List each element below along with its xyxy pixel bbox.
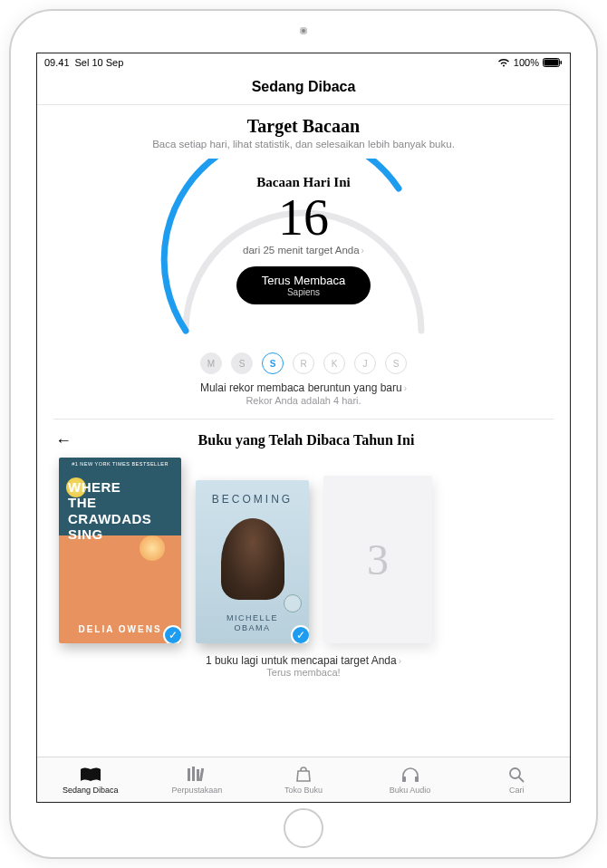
chevron-right-icon: › (404, 383, 407, 393)
wifi-icon (497, 58, 510, 67)
chevron-right-icon: › (361, 246, 364, 256)
tab-label: Toko Buku (284, 786, 323, 795)
battery-percent: 100% (514, 57, 539, 68)
book-title: WHERE THE CRAWDADS SING (68, 479, 151, 542)
streak-text: Mulai rekor membaca beruntun yang baru (200, 381, 402, 394)
status-left: 09.41 Sel 10 Sep (44, 57, 123, 68)
tab-reading-now[interactable]: Sedang Dibaca (37, 757, 144, 802)
divider (53, 419, 554, 420)
check-badge-icon: ✓ (291, 625, 309, 643)
chevron-right-icon: › (399, 656, 401, 666)
book-crawdads[interactable]: #1 NEW YORK TIMES BESTSELLER WHERE THE C… (59, 458, 181, 643)
tab-bar: Sedang Dibaca Perpustakaan Toko Buku Buk… (37, 757, 570, 802)
ring-center: Bacaan Hari Ini 16 dari 25 menit target … (149, 169, 458, 304)
battery-icon (543, 58, 563, 67)
streak-link[interactable]: Mulai rekor membaca beruntun yang baru › (53, 381, 554, 394)
title-word: SING (68, 526, 151, 542)
title-word: WHERE (68, 479, 151, 495)
status-time: 09.41 (44, 57, 70, 68)
open-book-icon (79, 766, 102, 784)
main-content: Target Bacaan Baca setiap hari, lihat st… (37, 105, 570, 757)
svg-point-9 (510, 768, 520, 778)
screen: 09.41 Sel 10 Sep 100% Sedang Dibaca Targ… (36, 53, 571, 803)
year-goal-link[interactable]: 1 buku lagi untuk mencapai target Anda › (53, 654, 554, 667)
year-goal-sub: Terus membaca! (53, 667, 554, 678)
title-word: THE (68, 495, 151, 510)
day-indicator: K (323, 352, 345, 374)
svg-rect-5 (197, 769, 199, 781)
svg-rect-1 (544, 60, 559, 66)
day-indicator: S (231, 352, 253, 374)
target-link[interactable]: dari 25 menit target Anda › (243, 245, 364, 256)
tab-library[interactable]: Perpustakaan (144, 757, 251, 802)
status-right: 100% (497, 57, 563, 68)
tab-label: Buku Audio (390, 786, 431, 795)
year-header: ← Buku yang Telah Dibaca Tahun Ini (53, 432, 554, 448)
tab-audiobooks[interactable]: Buku Audio (357, 757, 464, 802)
day-indicator: R (293, 352, 314, 374)
ipad-device-frame: 09.41 Sel 10 Sep 100% Sedang Dibaca Targ… (9, 9, 598, 859)
headphones-icon (401, 766, 419, 784)
placeholder-number: 3 (367, 535, 389, 584)
search-icon (508, 766, 525, 784)
home-button[interactable] (284, 808, 323, 848)
author-line: MICHELLE (226, 613, 278, 624)
tab-label: Perpustakaan (172, 786, 223, 795)
year-goal-text: 1 buku lagi untuk mencapai target Anda (206, 654, 397, 667)
award-seal-icon (284, 594, 302, 612)
day-indicator: S (262, 352, 284, 374)
svg-rect-8 (415, 776, 419, 782)
tab-label: Sedang Dibaca (63, 786, 119, 795)
today-label: Bacaan Hari Ini (256, 175, 350, 190)
book-row: #1 NEW YORK TIMES BESTSELLER WHERE THE C… (53, 458, 554, 643)
svg-rect-6 (199, 767, 204, 780)
tab-book-store[interactable]: Toko Buku (250, 757, 357, 802)
svg-line-10 (519, 777, 524, 782)
year-title: Buku yang Telah Dibaca Tahun Ini (59, 432, 554, 448)
book-placeholder[interactable]: 3 (323, 476, 432, 643)
portrait-art (221, 518, 284, 600)
weekday-row: M S S R K J S (53, 352, 554, 374)
library-icon (187, 766, 207, 784)
goals-subtitle: Baca setiap hari, lihat statistik, dan s… (53, 139, 554, 149)
shopping-bag-icon (295, 766, 312, 784)
svg-rect-4 (192, 767, 195, 781)
camera-dot (300, 27, 307, 34)
title-word: CRAWDADS (68, 511, 151, 526)
continue-reading-button[interactable]: Terus Membaca Sapiens (236, 266, 371, 304)
goals-title: Target Bacaan (53, 116, 554, 137)
continue-book: Sapiens (262, 287, 345, 297)
svg-rect-2 (561, 61, 563, 64)
continue-label: Terus Membaca (262, 274, 345, 287)
streak-sub: Rekor Anda adalah 4 hari. (53, 395, 554, 406)
day-indicator: M (200, 352, 222, 374)
progress-ring: Bacaan Hari Ini 16 dari 25 menit target … (149, 159, 458, 349)
day-indicator: S (385, 352, 407, 374)
today-value: 16 (278, 192, 329, 243)
svg-rect-3 (188, 768, 190, 781)
svg-rect-7 (402, 776, 406, 782)
status-date: Sel 10 Sep (75, 57, 124, 68)
status-bar: 09.41 Sel 10 Sep 100% (37, 53, 570, 72)
target-text: dari 25 menit target Anda (243, 245, 360, 256)
book-becoming[interactable]: BECOMING MICHELLE OBAMA ✓ (196, 480, 309, 643)
check-badge-icon: ✓ (163, 625, 181, 643)
tab-search[interactable]: Cari (463, 757, 570, 802)
tab-label: Cari (509, 786, 525, 795)
book-author: MICHELLE OBAMA (226, 613, 278, 634)
book-tagline: #1 NEW YORK TIMES BESTSELLER (63, 461, 178, 467)
day-indicator: J (354, 352, 376, 374)
page-title: Sedang Dibaca (37, 72, 570, 105)
book-title: BECOMING (212, 493, 293, 506)
author-line: OBAMA (226, 623, 278, 634)
